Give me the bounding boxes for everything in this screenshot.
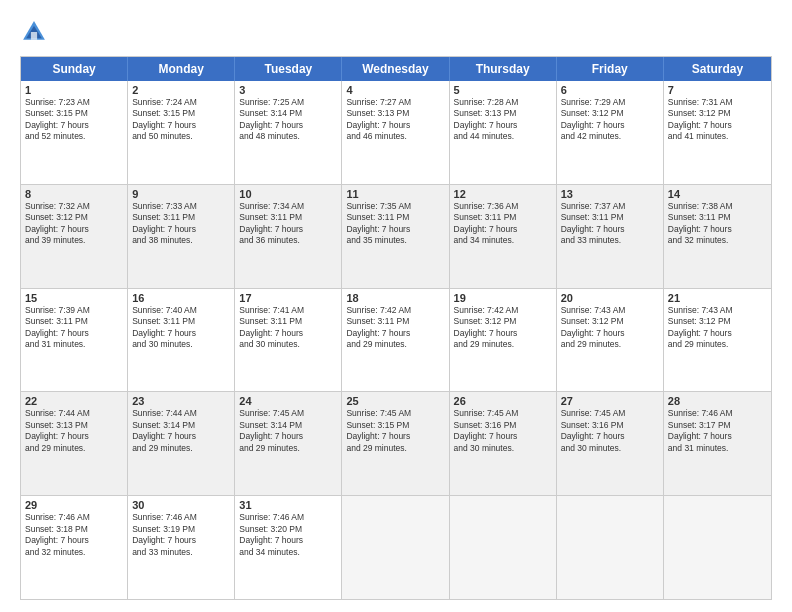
cell-info: Sunrise: 7:33 AMSunset: 3:11 PMDaylight:… — [132, 201, 230, 247]
cell-info: Sunrise: 7:35 AMSunset: 3:11 PMDaylight:… — [346, 201, 444, 247]
weekday-header-saturday: Saturday — [664, 57, 771, 81]
calendar-cell: 19Sunrise: 7:42 AMSunset: 3:12 PMDayligh… — [450, 289, 557, 392]
cell-info: Sunrise: 7:42 AMSunset: 3:12 PMDaylight:… — [454, 305, 552, 351]
weekday-header-friday: Friday — [557, 57, 664, 81]
calendar-cell: 5Sunrise: 7:28 AMSunset: 3:13 PMDaylight… — [450, 81, 557, 184]
weekday-header-wednesday: Wednesday — [342, 57, 449, 81]
weekday-header-monday: Monday — [128, 57, 235, 81]
cell-info: Sunrise: 7:46 AMSunset: 3:18 PMDaylight:… — [25, 512, 123, 558]
calendar-cell: 2Sunrise: 7:24 AMSunset: 3:15 PMDaylight… — [128, 81, 235, 184]
cell-info: Sunrise: 7:46 AMSunset: 3:17 PMDaylight:… — [668, 408, 767, 454]
calendar-cell: 24Sunrise: 7:45 AMSunset: 3:14 PMDayligh… — [235, 392, 342, 495]
day-number: 3 — [239, 84, 337, 96]
day-number: 31 — [239, 499, 337, 511]
calendar-cell: 1Sunrise: 7:23 AMSunset: 3:15 PMDaylight… — [21, 81, 128, 184]
day-number: 21 — [668, 292, 767, 304]
cell-info: Sunrise: 7:39 AMSunset: 3:11 PMDaylight:… — [25, 305, 123, 351]
day-number: 16 — [132, 292, 230, 304]
day-number: 8 — [25, 188, 123, 200]
svg-rect-2 — [31, 32, 37, 40]
calendar-cell — [450, 496, 557, 599]
calendar: SundayMondayTuesdayWednesdayThursdayFrid… — [20, 56, 772, 600]
day-number: 28 — [668, 395, 767, 407]
calendar-cell: 28Sunrise: 7:46 AMSunset: 3:17 PMDayligh… — [664, 392, 771, 495]
day-number: 17 — [239, 292, 337, 304]
day-number: 7 — [668, 84, 767, 96]
day-number: 12 — [454, 188, 552, 200]
day-number: 2 — [132, 84, 230, 96]
calendar-cell: 20Sunrise: 7:43 AMSunset: 3:12 PMDayligh… — [557, 289, 664, 392]
day-number: 27 — [561, 395, 659, 407]
day-number: 26 — [454, 395, 552, 407]
cell-info: Sunrise: 7:45 AMSunset: 3:16 PMDaylight:… — [561, 408, 659, 454]
calendar-cell — [664, 496, 771, 599]
calendar-cell: 15Sunrise: 7:39 AMSunset: 3:11 PMDayligh… — [21, 289, 128, 392]
calendar-cell — [557, 496, 664, 599]
page: SundayMondayTuesdayWednesdayThursdayFrid… — [0, 0, 792, 612]
calendar-cell: 16Sunrise: 7:40 AMSunset: 3:11 PMDayligh… — [128, 289, 235, 392]
day-number: 9 — [132, 188, 230, 200]
cell-info: Sunrise: 7:28 AMSunset: 3:13 PMDaylight:… — [454, 97, 552, 143]
calendar-row-4: 29Sunrise: 7:46 AMSunset: 3:18 PMDayligh… — [21, 495, 771, 599]
calendar-header: SundayMondayTuesdayWednesdayThursdayFrid… — [21, 57, 771, 81]
calendar-cell: 14Sunrise: 7:38 AMSunset: 3:11 PMDayligh… — [664, 185, 771, 288]
cell-info: Sunrise: 7:37 AMSunset: 3:11 PMDaylight:… — [561, 201, 659, 247]
calendar-cell: 26Sunrise: 7:45 AMSunset: 3:16 PMDayligh… — [450, 392, 557, 495]
calendar-cell: 13Sunrise: 7:37 AMSunset: 3:11 PMDayligh… — [557, 185, 664, 288]
calendar-cell: 4Sunrise: 7:27 AMSunset: 3:13 PMDaylight… — [342, 81, 449, 184]
day-number: 15 — [25, 292, 123, 304]
cell-info: Sunrise: 7:45 AMSunset: 3:15 PMDaylight:… — [346, 408, 444, 454]
calendar-cell: 30Sunrise: 7:46 AMSunset: 3:19 PMDayligh… — [128, 496, 235, 599]
cell-info: Sunrise: 7:34 AMSunset: 3:11 PMDaylight:… — [239, 201, 337, 247]
calendar-cell: 9Sunrise: 7:33 AMSunset: 3:11 PMDaylight… — [128, 185, 235, 288]
calendar-cell: 27Sunrise: 7:45 AMSunset: 3:16 PMDayligh… — [557, 392, 664, 495]
cell-info: Sunrise: 7:46 AMSunset: 3:19 PMDaylight:… — [132, 512, 230, 558]
cell-info: Sunrise: 7:44 AMSunset: 3:14 PMDaylight:… — [132, 408, 230, 454]
calendar-row-2: 15Sunrise: 7:39 AMSunset: 3:11 PMDayligh… — [21, 288, 771, 392]
calendar-row-3: 22Sunrise: 7:44 AMSunset: 3:13 PMDayligh… — [21, 391, 771, 495]
weekday-header-thursday: Thursday — [450, 57, 557, 81]
day-number: 20 — [561, 292, 659, 304]
cell-info: Sunrise: 7:32 AMSunset: 3:12 PMDaylight:… — [25, 201, 123, 247]
day-number: 19 — [454, 292, 552, 304]
calendar-cell: 10Sunrise: 7:34 AMSunset: 3:11 PMDayligh… — [235, 185, 342, 288]
header — [20, 18, 772, 46]
calendar-cell — [342, 496, 449, 599]
cell-info: Sunrise: 7:44 AMSunset: 3:13 PMDaylight:… — [25, 408, 123, 454]
weekday-header-sunday: Sunday — [21, 57, 128, 81]
cell-info: Sunrise: 7:27 AMSunset: 3:13 PMDaylight:… — [346, 97, 444, 143]
day-number: 1 — [25, 84, 123, 96]
calendar-cell: 18Sunrise: 7:42 AMSunset: 3:11 PMDayligh… — [342, 289, 449, 392]
cell-info: Sunrise: 7:23 AMSunset: 3:15 PMDaylight:… — [25, 97, 123, 143]
calendar-cell: 6Sunrise: 7:29 AMSunset: 3:12 PMDaylight… — [557, 81, 664, 184]
calendar-cell: 21Sunrise: 7:43 AMSunset: 3:12 PMDayligh… — [664, 289, 771, 392]
cell-info: Sunrise: 7:43 AMSunset: 3:12 PMDaylight:… — [668, 305, 767, 351]
calendar-cell: 17Sunrise: 7:41 AMSunset: 3:11 PMDayligh… — [235, 289, 342, 392]
weekday-header-tuesday: Tuesday — [235, 57, 342, 81]
cell-info: Sunrise: 7:43 AMSunset: 3:12 PMDaylight:… — [561, 305, 659, 351]
cell-info: Sunrise: 7:29 AMSunset: 3:12 PMDaylight:… — [561, 97, 659, 143]
cell-info: Sunrise: 7:46 AMSunset: 3:20 PMDaylight:… — [239, 512, 337, 558]
logo — [20, 18, 52, 46]
calendar-cell: 23Sunrise: 7:44 AMSunset: 3:14 PMDayligh… — [128, 392, 235, 495]
calendar-cell: 25Sunrise: 7:45 AMSunset: 3:15 PMDayligh… — [342, 392, 449, 495]
day-number: 23 — [132, 395, 230, 407]
calendar-cell: 8Sunrise: 7:32 AMSunset: 3:12 PMDaylight… — [21, 185, 128, 288]
day-number: 22 — [25, 395, 123, 407]
day-number: 30 — [132, 499, 230, 511]
cell-info: Sunrise: 7:41 AMSunset: 3:11 PMDaylight:… — [239, 305, 337, 351]
calendar-cell: 3Sunrise: 7:25 AMSunset: 3:14 PMDaylight… — [235, 81, 342, 184]
cell-info: Sunrise: 7:25 AMSunset: 3:14 PMDaylight:… — [239, 97, 337, 143]
day-number: 4 — [346, 84, 444, 96]
logo-icon — [20, 18, 48, 46]
calendar-row-0: 1Sunrise: 7:23 AMSunset: 3:15 PMDaylight… — [21, 81, 771, 184]
cell-info: Sunrise: 7:42 AMSunset: 3:11 PMDaylight:… — [346, 305, 444, 351]
day-number: 5 — [454, 84, 552, 96]
calendar-cell: 31Sunrise: 7:46 AMSunset: 3:20 PMDayligh… — [235, 496, 342, 599]
calendar-cell: 7Sunrise: 7:31 AMSunset: 3:12 PMDaylight… — [664, 81, 771, 184]
calendar-body: 1Sunrise: 7:23 AMSunset: 3:15 PMDaylight… — [21, 81, 771, 599]
calendar-cell: 29Sunrise: 7:46 AMSunset: 3:18 PMDayligh… — [21, 496, 128, 599]
day-number: 14 — [668, 188, 767, 200]
day-number: 25 — [346, 395, 444, 407]
day-number: 10 — [239, 188, 337, 200]
